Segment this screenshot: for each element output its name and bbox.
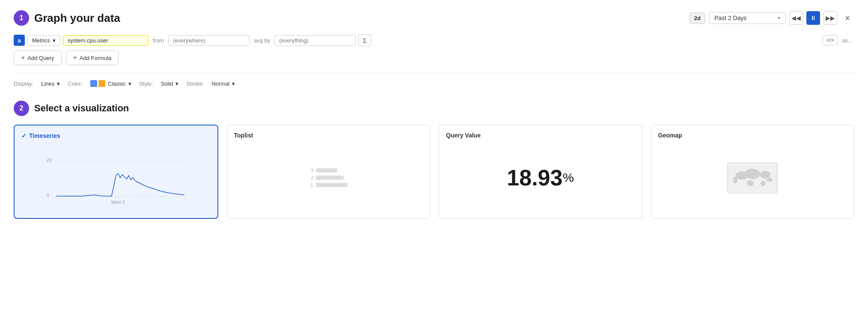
- timeseries-label: Timeseries: [29, 132, 60, 139]
- fast-forward-button[interactable]: ▶▶: [823, 11, 837, 25]
- svg-text:20: 20: [47, 158, 52, 163]
- svg-point-13: [733, 176, 737, 183]
- pause-button[interactable]: ⏸: [806, 11, 820, 25]
- time-select-dropdown[interactable]: Past 2 Days ▾: [709, 12, 786, 24]
- time-badge: 2d: [690, 12, 705, 24]
- rewind-button[interactable]: ◀◀: [789, 11, 803, 25]
- viz-cards-container: ✓ Timeseries 20 0 Wed 3: [14, 125, 854, 219]
- query-type-dropdown[interactable]: Metrics ▾: [27, 35, 60, 46]
- timeseries-card-title: ✓ Timeseries: [21, 132, 211, 139]
- from-label: from: [151, 37, 166, 44]
- style-value-label: Solid: [161, 81, 173, 87]
- query-value-card-title: Query Value: [446, 132, 635, 139]
- stroke-value-label: Normal: [212, 81, 230, 87]
- svg-text:0: 0: [47, 193, 49, 198]
- add-buttons-row: + Add Query + Add Formula: [14, 51, 854, 65]
- divider: [14, 73, 854, 73]
- checkmark-icon: ✓: [21, 132, 27, 139]
- header-row: 1 Graph your data 2d Past 2 Days ▾ ◀◀ ⏸ …: [14, 10, 854, 26]
- chevron-down-icon: ▾: [175, 81, 178, 87]
- step2-badge: 2: [14, 101, 29, 116]
- toplist-row-2: 2: [309, 175, 348, 180]
- chevron-down-icon: ▾: [53, 37, 56, 44]
- toplist-bar-3: [316, 168, 337, 173]
- metric-input[interactable]: [63, 35, 149, 46]
- toplist-num-2: 2: [309, 175, 313, 180]
- add-query-label: Add Query: [27, 55, 54, 61]
- swatch-blue: [90, 80, 97, 87]
- viz-card-query-value[interactable]: Query Value 18.93%: [439, 125, 642, 219]
- time-select-label: Past 2 Days: [714, 15, 774, 21]
- timeseries-card-content: 20 0 Wed 3: [21, 144, 211, 211]
- close-button[interactable]: ×: [841, 11, 854, 25]
- toplist-bar-1: [316, 183, 348, 187]
- viz-card-geomap[interactable]: Geomap: [651, 125, 855, 219]
- chart-svg: 20 0 Wed 3: [21, 150, 211, 206]
- toplist-card-title: Toplist: [234, 132, 423, 139]
- geomap-card-title: Geomap: [658, 132, 847, 139]
- svg-text:Wed 3: Wed 3: [111, 200, 125, 205]
- svg-point-8: [745, 169, 760, 179]
- stroke-dropdown[interactable]: Normal ▾: [212, 81, 235, 87]
- chevron-down-icon: ▾: [232, 81, 235, 87]
- display-type-label: Lines: [41, 81, 54, 87]
- svg-point-10: [747, 180, 754, 186]
- toplist-icon: 3 2 1: [309, 168, 348, 188]
- sigma-button[interactable]: Σ: [358, 34, 371, 46]
- svg-point-9: [760, 171, 770, 179]
- add-formula-button[interactable]: + Add Formula: [66, 51, 119, 65]
- header-controls: 2d Past 2 Days ▾ ◀◀ ⏸ ▶▶ ×: [690, 11, 854, 25]
- toplist-num-3: 3: [309, 168, 313, 173]
- geomap-label: Geomap: [658, 132, 682, 139]
- chevron-down-icon: ▾: [778, 15, 780, 21]
- step1-badge: 1: [14, 10, 29, 26]
- color-swatches: [90, 80, 105, 87]
- avgby-label: avg by: [252, 37, 272, 44]
- style-dropdown[interactable]: Solid ▾: [161, 81, 178, 87]
- svg-point-12: [767, 178, 773, 182]
- display-label: Display:: [14, 81, 33, 87]
- toplist-bar-2: [316, 176, 344, 180]
- swatch-orange: [98, 80, 105, 87]
- query-value-card-content: 18.93%: [446, 144, 635, 212]
- mini-chart: 20 0 Wed 3: [21, 150, 211, 206]
- viz-card-toplist[interactable]: Toplist 3 2 1: [227, 125, 431, 219]
- stroke-label: Stroke:: [186, 81, 204, 87]
- toplist-row-3: 3: [309, 168, 348, 173]
- toplist-label: Toplist: [234, 132, 253, 139]
- plus-icon: +: [21, 54, 25, 62]
- style-label: Style:: [139, 81, 153, 87]
- toplist-card-content: 3 2 1: [234, 144, 423, 212]
- query-label: a: [14, 35, 25, 46]
- header-left: 1 Graph your data: [14, 10, 120, 26]
- chevron-down-icon: ▾: [57, 81, 60, 87]
- from-input[interactable]: [168, 35, 250, 46]
- page-title: Graph your data: [34, 12, 120, 25]
- display-type-dropdown[interactable]: Lines ▾: [41, 81, 60, 87]
- geomap-card-content: [658, 144, 847, 212]
- query-row: a Metrics ▾ from avg by Σ </> as...: [14, 34, 854, 46]
- plus-icon: +: [73, 54, 77, 62]
- avgby-input[interactable]: [274, 35, 356, 46]
- section2-title: Select a visualization: [34, 103, 129, 114]
- color-scheme-label: Classic: [108, 81, 126, 87]
- query-type-label: Metrics: [32, 37, 50, 44]
- query-value-number: 18.93: [507, 167, 562, 189]
- toplist-row-1: 1: [309, 182, 348, 188]
- query-value-label: Query Value: [446, 132, 481, 139]
- section2-header: 2 Select a visualization: [14, 101, 854, 116]
- add-query-button[interactable]: + Add Query: [14, 51, 62, 65]
- as-button[interactable]: as...: [840, 36, 854, 45]
- code-button[interactable]: </>: [823, 35, 838, 45]
- query-value-unit: %: [562, 170, 574, 185]
- display-row: Display: Lines ▾ Color: Classic ▾ Style:…: [14, 80, 854, 87]
- geomap-svg: [727, 162, 778, 194]
- toplist-num-1: 1: [309, 182, 313, 188]
- svg-point-11: [761, 181, 766, 186]
- viz-card-timeseries[interactable]: ✓ Timeseries 20 0 Wed 3: [14, 125, 218, 219]
- color-dropdown[interactable]: Classic ▾: [90, 80, 131, 87]
- chevron-down-icon: ▾: [128, 81, 131, 87]
- add-formula-label: Add Formula: [80, 55, 111, 61]
- color-label: Color:: [68, 81, 83, 87]
